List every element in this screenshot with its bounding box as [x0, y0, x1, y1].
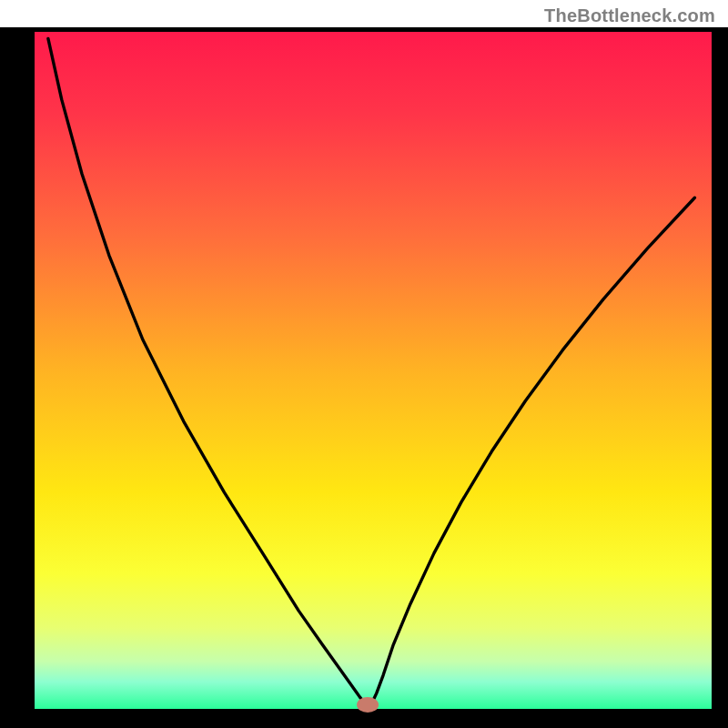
watermark-text: TheBottleneck.com: [544, 5, 715, 26]
optimal-marker: [357, 697, 379, 713]
bottleneck-chart: [0, 0, 728, 728]
chart-container: TheBottleneck.com: [0, 0, 728, 728]
plot-background: [35, 32, 712, 709]
